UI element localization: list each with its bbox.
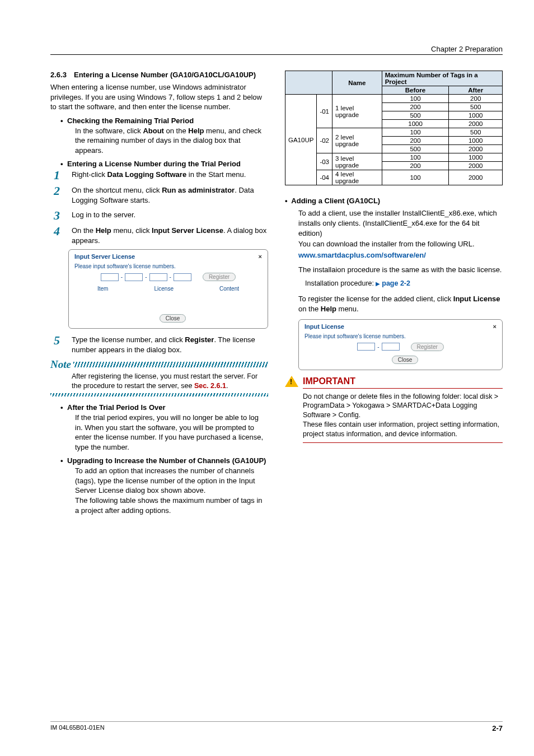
close-icon[interactable]: × xyxy=(259,253,262,260)
table-row: -033 level upgrade1001000 xyxy=(285,153,503,162)
license-input[interactable] xyxy=(101,273,119,281)
step-1: 1 Right-click Data Logging Software in t… xyxy=(50,169,268,181)
table-row: -044 level upgrade1002000 xyxy=(285,170,503,185)
sub3-body: If the trial period expires, you will no… xyxy=(75,413,268,452)
sub-checking-trial: • Checking the Remaining Trial Period xyxy=(60,116,268,125)
page-footer: IM 04L65B01-01EN 2-7 xyxy=(50,721,503,732)
step-2: 2 On the shortcut menu, click Run as adm… xyxy=(50,185,268,206)
triangle-icon: ▶ xyxy=(376,281,382,287)
warning-icon xyxy=(285,376,298,387)
adding-client-heading: • Adding a Client (GA10CL) xyxy=(285,197,503,205)
close-icon[interactable]: × xyxy=(493,323,496,330)
right-column: Name Maximum Number of Tags in a Project… xyxy=(285,71,503,520)
left-column: 2.6.3 Entering a License Number (GA10/GA… xyxy=(50,71,268,520)
sec-link[interactable]: Sec. 2.6.1 xyxy=(194,382,226,390)
chapter-header: Chapter 2 Preparation xyxy=(50,45,503,55)
doc-id: IM 04L65B01-01EN xyxy=(50,724,105,732)
sub-after-trial: • After the Trial Period Is Over xyxy=(60,403,268,412)
upgrade-table: Name Maximum Number of Tags in a Project… xyxy=(285,71,503,185)
section-title: 2.6.3 Entering a License Number (GA10/GA… xyxy=(50,71,268,79)
license-input[interactable] xyxy=(149,273,167,281)
download-url-link[interactable]: www.smartdacplus.com/software/en/ xyxy=(298,251,426,259)
license-input[interactable] xyxy=(382,343,400,351)
client-body-3: To register the license for the added cl… xyxy=(298,294,503,314)
intro-paragraph: When entering a license number, use Wind… xyxy=(50,82,268,112)
important-title: IMPORTANT xyxy=(303,376,355,386)
section-number: 2.6.3 xyxy=(50,71,74,79)
sub4-body: To add an option that increases the numb… xyxy=(75,466,268,515)
step-5: 5 Type the license number, and click Reg… xyxy=(50,334,268,355)
note-header: Note xyxy=(50,358,268,371)
table-row: -022 level upgrade100500 xyxy=(285,128,503,137)
note-body: After registering the license, you must … xyxy=(72,372,268,391)
important-body-1: Do not change or delete files in the fol… xyxy=(303,392,503,421)
input-server-license-dialog: Input Server License× Please input softw… xyxy=(68,249,268,329)
close-button[interactable]: Close xyxy=(160,314,186,323)
hatch-decoration xyxy=(50,393,268,396)
client-body-2: The installaion procedure is the same as… xyxy=(298,265,503,275)
sub1-body: In the software, click About on the Help… xyxy=(75,126,268,156)
license-input[interactable] xyxy=(357,343,375,351)
sub-entering-license: • Entering a License Number during the T… xyxy=(60,160,268,168)
step-4: 4 On the Help menu, click Input Server L… xyxy=(50,225,268,246)
install-procedure-line: Installation procedure: ▶ page 2-2 xyxy=(305,279,503,287)
close-button[interactable]: Close xyxy=(392,356,419,364)
sub-upgrading: • Upgrading to Increase the Number of Ch… xyxy=(60,456,268,465)
table-row: GA10UP-011 level upgrade100200 xyxy=(285,95,503,103)
input-license-dialog: Input License× Please input software's l… xyxy=(298,319,503,370)
license-input[interactable] xyxy=(174,273,191,281)
register-button[interactable]: Register xyxy=(411,343,444,351)
important-box: IMPORTANT Do not change or delete files … xyxy=(285,376,503,443)
page-number: 2-7 xyxy=(492,724,503,732)
register-button[interactable]: Register xyxy=(203,273,236,281)
page-link[interactable]: page 2-2 xyxy=(382,279,410,287)
step-3: 3 Log in to the server. xyxy=(50,209,268,222)
license-input[interactable] xyxy=(125,273,143,281)
hatch-decoration xyxy=(73,362,268,367)
section-title-text: Entering a License Number (GA10/GA10CL/G… xyxy=(74,71,256,79)
client-body-1: To add a client, use the installer Insta… xyxy=(298,208,503,249)
important-body-2: These files contain user information, pr… xyxy=(303,420,503,439)
